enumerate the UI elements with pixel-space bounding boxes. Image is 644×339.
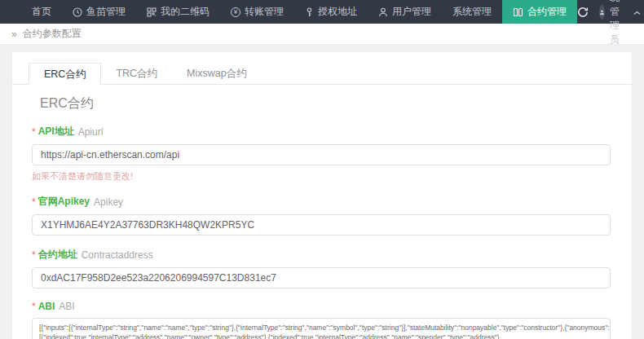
field-label-en: ABI bbox=[59, 301, 74, 312]
breadcrumb: » 合约参数配置 bbox=[0, 24, 644, 45]
avatar bbox=[599, 5, 605, 20]
field-abi: * ABI ABI [{"inputs":[{"internalType":"s… bbox=[32, 301, 611, 339]
nav-item-label: 首页 bbox=[32, 5, 51, 19]
user-menu[interactable]: 系统管理员 bbox=[599, 0, 641, 46]
content-card: ERC合约 TRC合约 Mixswap合约 ERC合约 * API地址 Apiu… bbox=[11, 51, 633, 339]
nav-item-label: 转账管理 bbox=[245, 5, 284, 19]
nav-item-contract-management[interactable]: 合约管理 bbox=[502, 0, 577, 24]
nav-item-home[interactable]: 首页 bbox=[21, 0, 62, 24]
field-label: * ABI ABI bbox=[32, 301, 611, 312]
field-apikey: * 官网Apikey Apikey bbox=[32, 195, 611, 236]
field-label-en: Contractaddress bbox=[82, 249, 153, 261]
required-asterisk: * bbox=[32, 249, 36, 261]
yen-circle-icon: ¥ bbox=[231, 7, 240, 17]
breadcrumb-item[interactable]: 合约参数配置 bbox=[23, 27, 82, 41]
apiurl-help-text: 如果不清楚请勿随意更改! bbox=[32, 170, 611, 183]
tab-trc[interactable]: TRC合约 bbox=[101, 63, 172, 84]
clock-icon bbox=[73, 7, 82, 17]
tab-mixswap[interactable]: Mixswap合约 bbox=[172, 63, 262, 84]
section-title: ERC合约 bbox=[40, 95, 632, 112]
required-asterisk: * bbox=[32, 301, 36, 312]
nav-item-authorized-address[interactable]: 授权地址 bbox=[294, 0, 368, 24]
field-apiurl: * API地址 Apiurl 如果不清楚请勿随意更改! bbox=[32, 125, 611, 183]
contract-address-input[interactable] bbox=[32, 267, 611, 288]
nav-item-fry-management[interactable]: 鱼苗管理 bbox=[62, 0, 136, 24]
field-label-cn: 合约地址 bbox=[38, 248, 77, 262]
nav-item-transfer-management[interactable]: ¥ 转账管理 bbox=[220, 0, 294, 24]
navbar-right: 系统管理员 bbox=[577, 0, 644, 24]
nav-item-label: 鱼苗管理 bbox=[86, 5, 126, 19]
user-icon bbox=[378, 7, 388, 17]
abi-textarea[interactable]: [{"inputs":[{"internalType":"string","na… bbox=[32, 318, 611, 339]
contract-tabs: ERC合约 TRC合约 Mixswap合约 bbox=[12, 63, 632, 85]
field-label-cn: ABI bbox=[38, 301, 55, 312]
nav-item-label: 系统管理 bbox=[452, 5, 492, 19]
nav-item-user-management[interactable]: 用户管理 bbox=[368, 0, 442, 24]
apiurl-input[interactable] bbox=[32, 144, 611, 165]
nav-item-label: 用户管理 bbox=[392, 5, 431, 19]
nav-item-label: 授权地址 bbox=[318, 5, 357, 19]
field-label-cn: API地址 bbox=[38, 125, 74, 139]
nav-item-label: 合约管理 bbox=[527, 5, 567, 19]
required-asterisk: * bbox=[32, 126, 36, 138]
field-contract-address: * 合约地址 Contractaddress bbox=[32, 248, 611, 288]
field-label-cn: 官网Apikey bbox=[38, 195, 90, 209]
chevron-up-icon bbox=[633, 7, 641, 18]
field-label-en: Apiurl bbox=[78, 126, 104, 138]
contract-form: * API地址 Apiurl 如果不清楚请勿随意更改! * 官网Apikey A… bbox=[12, 125, 632, 339]
user-name: 系统管理员 bbox=[610, 0, 629, 46]
field-label: * 合约地址 Contractaddress bbox=[32, 248, 611, 262]
refresh-icon[interactable] bbox=[577, 7, 589, 18]
qr-code-icon bbox=[147, 7, 157, 17]
nav-menu: 首页 鱼苗管理 我的二维码 ¥ 转账管理 bbox=[0, 0, 577, 24]
field-label: * API地址 Apiurl bbox=[32, 125, 611, 139]
field-label-en: Apikey bbox=[94, 196, 123, 208]
required-asterisk: * bbox=[32, 196, 36, 208]
tab-erc[interactable]: ERC合约 bbox=[29, 63, 101, 85]
columns-icon bbox=[513, 7, 523, 17]
field-label: * 官网Apikey Apikey bbox=[32, 195, 611, 209]
breadcrumb-separator-icon: » bbox=[11, 29, 17, 40]
nav-item-my-qrcode[interactable]: 我的二维码 bbox=[136, 0, 220, 24]
apikey-input[interactable] bbox=[32, 214, 611, 236]
key-icon bbox=[305, 7, 314, 17]
nav-item-system-management[interactable]: 系统管理 bbox=[442, 0, 502, 24]
nav-item-label: 我的二维码 bbox=[161, 5, 210, 19]
top-navbar: 首页 鱼苗管理 我的二维码 ¥ 转账管理 bbox=[0, 0, 644, 24]
